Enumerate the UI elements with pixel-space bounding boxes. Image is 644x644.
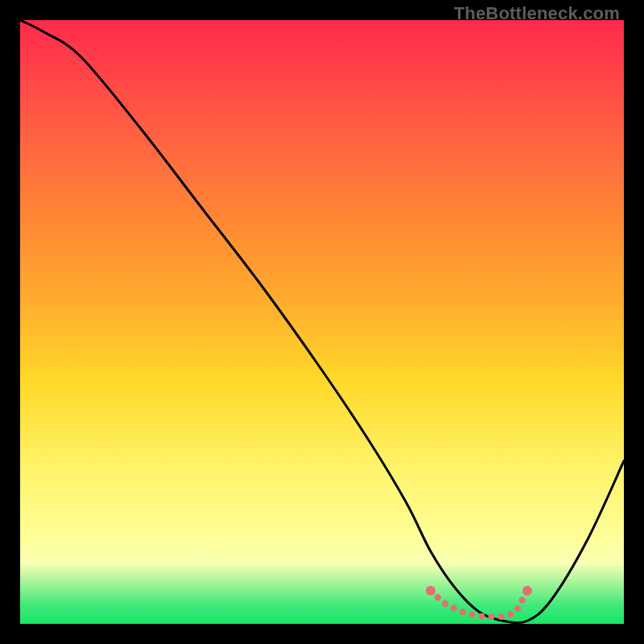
optimal-zone-endpoint — [522, 586, 532, 596]
optimal-zone-endpoint — [426, 586, 436, 596]
chart-overlay — [20, 20, 624, 624]
chart-frame: TheBottleneck.com — [0, 0, 644, 644]
plot-area — [20, 20, 624, 624]
bottleneck-curve — [20, 20, 624, 623]
